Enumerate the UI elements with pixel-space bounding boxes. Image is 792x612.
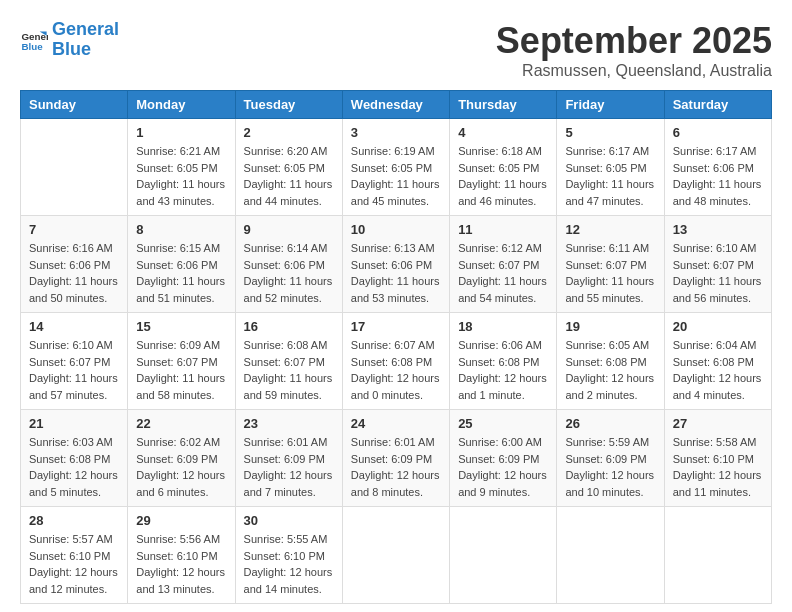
daylight-text: Daylight: 12 hours and 11 minutes. — [673, 469, 762, 498]
day-number: 13 — [673, 222, 763, 237]
sunset-text: Sunset: 6:08 PM — [673, 356, 754, 368]
day-info: Sunrise: 6:20 AM Sunset: 6:05 PM Dayligh… — [244, 143, 334, 209]
sunset-text: Sunset: 6:07 PM — [458, 259, 539, 271]
sunset-text: Sunset: 6:05 PM — [351, 162, 432, 174]
table-row: 10 Sunrise: 6:13 AM Sunset: 6:06 PM Dayl… — [342, 216, 449, 313]
table-row: 16 Sunrise: 6:08 AM Sunset: 6:07 PM Dayl… — [235, 313, 342, 410]
sunset-text: Sunset: 6:05 PM — [565, 162, 646, 174]
day-info: Sunrise: 6:18 AM Sunset: 6:05 PM Dayligh… — [458, 143, 548, 209]
day-info: Sunrise: 6:15 AM Sunset: 6:06 PM Dayligh… — [136, 240, 226, 306]
day-number: 12 — [565, 222, 655, 237]
table-row — [664, 507, 771, 604]
daylight-text: Daylight: 12 hours and 4 minutes. — [673, 372, 762, 401]
logo-text: General Blue — [52, 20, 119, 60]
day-info: Sunrise: 6:19 AM Sunset: 6:05 PM Dayligh… — [351, 143, 441, 209]
sunrise-text: Sunrise: 5:58 AM — [673, 436, 757, 448]
daylight-text: Daylight: 12 hours and 2 minutes. — [565, 372, 654, 401]
calendar-header-row: Sunday Monday Tuesday Wednesday Thursday… — [21, 91, 772, 119]
daylight-text: Daylight: 11 hours and 50 minutes. — [29, 275, 118, 304]
sunset-text: Sunset: 6:08 PM — [565, 356, 646, 368]
day-number: 29 — [136, 513, 226, 528]
table-row: 26 Sunrise: 5:59 AM Sunset: 6:09 PM Dayl… — [557, 410, 664, 507]
table-row: 12 Sunrise: 6:11 AM Sunset: 6:07 PM Dayl… — [557, 216, 664, 313]
day-number: 11 — [458, 222, 548, 237]
daylight-text: Daylight: 11 hours and 45 minutes. — [351, 178, 440, 207]
calendar-week-row: 14 Sunrise: 6:10 AM Sunset: 6:07 PM Dayl… — [21, 313, 772, 410]
day-info: Sunrise: 6:03 AM Sunset: 6:08 PM Dayligh… — [29, 434, 119, 500]
sunrise-text: Sunrise: 6:13 AM — [351, 242, 435, 254]
table-row — [450, 507, 557, 604]
sunrise-text: Sunrise: 6:06 AM — [458, 339, 542, 351]
calendar-week-row: 1 Sunrise: 6:21 AM Sunset: 6:05 PM Dayli… — [21, 119, 772, 216]
sunrise-text: Sunrise: 5:55 AM — [244, 533, 328, 545]
table-row: 22 Sunrise: 6:02 AM Sunset: 6:09 PM Dayl… — [128, 410, 235, 507]
sunset-text: Sunset: 6:09 PM — [244, 453, 325, 465]
day-info: Sunrise: 6:04 AM Sunset: 6:08 PM Dayligh… — [673, 337, 763, 403]
sunset-text: Sunset: 6:08 PM — [458, 356, 539, 368]
daylight-text: Daylight: 11 hours and 47 minutes. — [565, 178, 654, 207]
sunrise-text: Sunrise: 6:02 AM — [136, 436, 220, 448]
daylight-text: Daylight: 12 hours and 9 minutes. — [458, 469, 547, 498]
month-title: September 2025 — [496, 20, 772, 62]
sunset-text: Sunset: 6:08 PM — [29, 453, 110, 465]
day-info: Sunrise: 5:59 AM Sunset: 6:09 PM Dayligh… — [565, 434, 655, 500]
daylight-text: Daylight: 11 hours and 58 minutes. — [136, 372, 225, 401]
day-number: 4 — [458, 125, 548, 140]
table-row: 4 Sunrise: 6:18 AM Sunset: 6:05 PM Dayli… — [450, 119, 557, 216]
sunset-text: Sunset: 6:05 PM — [244, 162, 325, 174]
day-info: Sunrise: 6:00 AM Sunset: 6:09 PM Dayligh… — [458, 434, 548, 500]
daylight-text: Daylight: 11 hours and 43 minutes. — [136, 178, 225, 207]
daylight-text: Daylight: 12 hours and 5 minutes. — [29, 469, 118, 498]
day-info: Sunrise: 6:12 AM Sunset: 6:07 PM Dayligh… — [458, 240, 548, 306]
day-info: Sunrise: 6:10 AM Sunset: 6:07 PM Dayligh… — [29, 337, 119, 403]
calendar-week-row: 7 Sunrise: 6:16 AM Sunset: 6:06 PM Dayli… — [21, 216, 772, 313]
col-thursday: Thursday — [450, 91, 557, 119]
daylight-text: Daylight: 11 hours and 57 minutes. — [29, 372, 118, 401]
sunset-text: Sunset: 6:10 PM — [673, 453, 754, 465]
location-title: Rasmussen, Queensland, Australia — [496, 62, 772, 80]
daylight-text: Daylight: 11 hours and 44 minutes. — [244, 178, 333, 207]
table-row: 9 Sunrise: 6:14 AM Sunset: 6:06 PM Dayli… — [235, 216, 342, 313]
table-row: 21 Sunrise: 6:03 AM Sunset: 6:08 PM Dayl… — [21, 410, 128, 507]
day-info: Sunrise: 6:09 AM Sunset: 6:07 PM Dayligh… — [136, 337, 226, 403]
table-row: 28 Sunrise: 5:57 AM Sunset: 6:10 PM Dayl… — [21, 507, 128, 604]
day-number: 16 — [244, 319, 334, 334]
table-row: 7 Sunrise: 6:16 AM Sunset: 6:06 PM Dayli… — [21, 216, 128, 313]
sunrise-text: Sunrise: 6:04 AM — [673, 339, 757, 351]
table-row — [21, 119, 128, 216]
table-row: 17 Sunrise: 6:07 AM Sunset: 6:08 PM Dayl… — [342, 313, 449, 410]
daylight-text: Daylight: 12 hours and 6 minutes. — [136, 469, 225, 498]
sunrise-text: Sunrise: 5:59 AM — [565, 436, 649, 448]
day-info: Sunrise: 5:57 AM Sunset: 6:10 PM Dayligh… — [29, 531, 119, 597]
day-info: Sunrise: 6:16 AM Sunset: 6:06 PM Dayligh… — [29, 240, 119, 306]
sunset-text: Sunset: 6:06 PM — [351, 259, 432, 271]
day-number: 25 — [458, 416, 548, 431]
table-row: 14 Sunrise: 6:10 AM Sunset: 6:07 PM Dayl… — [21, 313, 128, 410]
day-number: 15 — [136, 319, 226, 334]
sunrise-text: Sunrise: 6:18 AM — [458, 145, 542, 157]
sunset-text: Sunset: 6:07 PM — [673, 259, 754, 271]
sunrise-text: Sunrise: 5:56 AM — [136, 533, 220, 545]
table-row: 29 Sunrise: 5:56 AM Sunset: 6:10 PM Dayl… — [128, 507, 235, 604]
sunset-text: Sunset: 6:10 PM — [136, 550, 217, 562]
table-row: 6 Sunrise: 6:17 AM Sunset: 6:06 PM Dayli… — [664, 119, 771, 216]
day-info: Sunrise: 6:17 AM Sunset: 6:05 PM Dayligh… — [565, 143, 655, 209]
day-number: 5 — [565, 125, 655, 140]
table-row: 8 Sunrise: 6:15 AM Sunset: 6:06 PM Dayli… — [128, 216, 235, 313]
sunrise-text: Sunrise: 6:07 AM — [351, 339, 435, 351]
day-number: 30 — [244, 513, 334, 528]
day-number: 27 — [673, 416, 763, 431]
daylight-text: Daylight: 11 hours and 51 minutes. — [136, 275, 225, 304]
header: General Blue General Blue September 2025… — [20, 20, 772, 80]
sunset-text: Sunset: 6:09 PM — [136, 453, 217, 465]
col-tuesday: Tuesday — [235, 91, 342, 119]
day-info: Sunrise: 6:21 AM Sunset: 6:05 PM Dayligh… — [136, 143, 226, 209]
daylight-text: Daylight: 12 hours and 0 minutes. — [351, 372, 440, 401]
table-row: 30 Sunrise: 5:55 AM Sunset: 6:10 PM Dayl… — [235, 507, 342, 604]
sunrise-text: Sunrise: 6:15 AM — [136, 242, 220, 254]
day-info: Sunrise: 6:02 AM Sunset: 6:09 PM Dayligh… — [136, 434, 226, 500]
daylight-text: Daylight: 11 hours and 46 minutes. — [458, 178, 547, 207]
sunrise-text: Sunrise: 6:21 AM — [136, 145, 220, 157]
table-row: 13 Sunrise: 6:10 AM Sunset: 6:07 PM Dayl… — [664, 216, 771, 313]
sunrise-text: Sunrise: 6:16 AM — [29, 242, 113, 254]
